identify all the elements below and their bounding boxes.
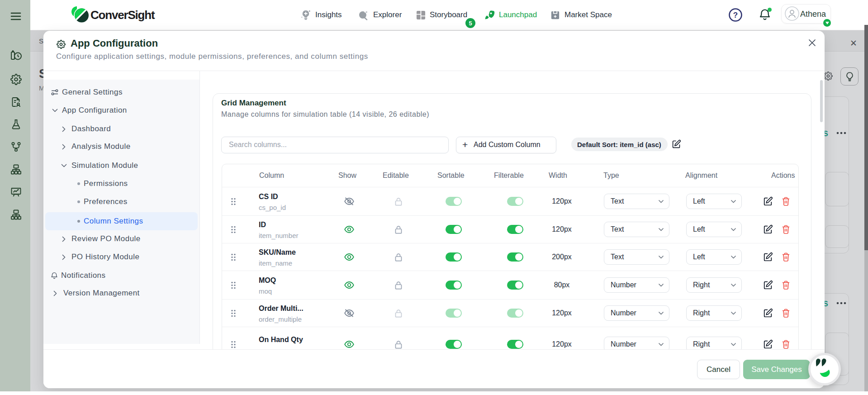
svg-text:?: ? [733,11,738,19]
